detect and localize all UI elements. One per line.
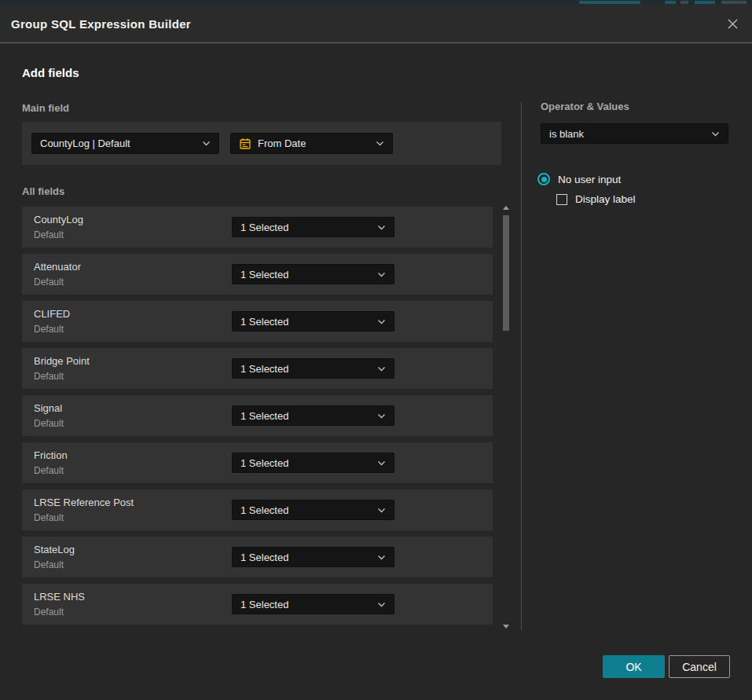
operator-values-label: Operator & Values [541,101,629,112]
radio-selected-icon [537,173,550,185]
chevron-down-icon [371,508,386,513]
row-selected-value: 1 Selected [240,504,288,516]
background-fragment [721,1,746,4]
background-fragment [695,1,715,4]
row-selected-value: 1 Selected [240,599,288,610]
field-row: Friction Default 1 Selected [22,442,493,483]
chevron-down-icon [371,225,386,230]
field-select[interactable]: From Date [230,133,393,154]
row-selected-dropdown[interactable]: 1 Selected [232,311,394,332]
main-field-label: Main field [22,102,69,114]
row-selected-dropdown[interactable]: 1 Selected [232,594,394,614]
layer-select[interactable]: CountyLog | Default [31,133,219,154]
close-icon [727,18,739,30]
ok-button[interactable]: OK [603,655,665,678]
scroll-up-icon[interactable] [503,206,509,210]
main-field-panel: CountyLog | Default From Date [22,122,501,165]
row-selected-dropdown[interactable]: 1 Selected [232,405,394,426]
chevron-down-icon [705,131,720,137]
row-selected-dropdown[interactable]: 1 Selected [232,264,394,284]
row-selected-value: 1 Selected [240,410,288,422]
row-selected-value: 1 Selected [240,316,288,328]
chevron-down-icon [371,602,386,607]
field-row: LRSE NHS Default 1 Selected [22,584,493,625]
row-selected-dropdown[interactable]: 1 Selected [232,500,394,520]
scrollbar-thumb[interactable] [503,215,509,331]
chevron-down-icon [369,141,384,146]
dialog-title: Group SQL Expression Builder [11,17,191,31]
row-selected-value: 1 Selected [240,363,288,375]
field-row: CountyLog Default 1 Selected [22,207,493,247]
field-row: LRSE Reference Post Default 1 Selected [22,489,493,530]
display-label-checkbox[interactable]: Display label [556,193,636,205]
field-row: Signal Default 1 Selected [22,395,493,436]
field-select-value: From Date [258,137,306,149]
field-row: Bridge Point Default 1 Selected [22,348,493,389]
no-user-input-label: No user input [558,174,621,185]
all-fields-label: All fields [22,185,64,197]
field-row: CLIFED Default 1 Selected [22,301,493,342]
calendar-icon [239,137,251,150]
row-selected-value: 1 Selected [240,457,288,469]
background-fragment [680,1,688,4]
panel-divider [521,102,522,630]
row-selected-value: 1 Selected [240,222,288,233]
fields-list: CountyLog Default 1 Selected Attenuator … [22,207,493,631]
row-selected-dropdown[interactable]: 1 Selected [232,453,394,473]
chevron-down-icon [196,141,211,146]
row-selected-dropdown[interactable]: 1 Selected [232,547,394,567]
dialog-titlebar: Group SQL Expression Builder [0,5,752,43]
background-fragment [579,1,640,4]
chevron-down-icon [371,272,386,277]
chevron-down-icon [371,460,386,466]
background-fragment [665,1,676,4]
page-title: Add fields [22,66,79,79]
scroll-down-icon[interactable] [503,625,509,629]
radio-dot [541,177,547,182]
operator-select[interactable]: is blank [541,123,728,144]
chevron-down-icon [371,555,386,560]
layer-select-value: CountyLog | Default [40,137,130,149]
chevron-down-icon [371,366,386,372]
field-row: StateLog Default 1 Selected [22,537,493,577]
field-row: Attenuator Default 1 Selected [22,254,493,295]
no-user-input-radio[interactable]: No user input [537,173,621,185]
chevron-down-icon [371,319,386,324]
row-selected-dropdown[interactable]: 1 Selected [232,358,394,379]
operator-select-value: is blank [549,128,584,140]
row-selected-value: 1 Selected [240,552,288,563]
cancel-button[interactable]: Cancel [669,655,730,678]
chevron-down-icon [371,413,386,419]
display-label-text: Display label [575,193,636,205]
row-selected-value: 1 Selected [240,269,288,280]
sql-expression-builder-dialog: Group SQL Expression Builder Add fields … [0,5,752,700]
checkbox-unchecked-icon [556,194,567,205]
row-selected-dropdown[interactable]: 1 Selected [232,217,394,237]
close-button[interactable] [724,15,741,32]
